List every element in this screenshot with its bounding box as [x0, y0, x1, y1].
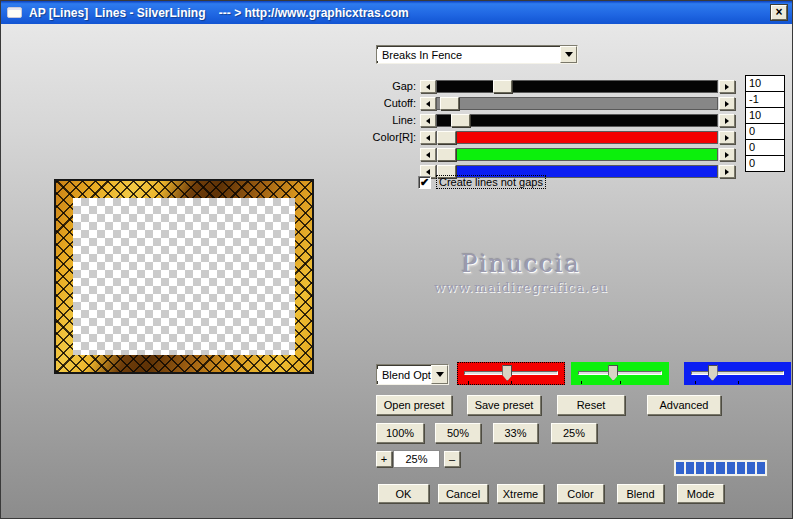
app-icon — [7, 7, 22, 18]
cutoff-decrement-button[interactable] — [420, 97, 436, 110]
color-green-value-field[interactable]: 0 — [745, 139, 785, 156]
arrow-left-icon — [426, 84, 430, 90]
close-button[interactable]: × — [771, 5, 787, 20]
cutoff-increment-button[interactable] — [719, 97, 735, 110]
blend-blue-groove — [691, 371, 784, 375]
blend-blue-thumb[interactable] — [708, 365, 718, 381]
arrow-left-icon — [426, 135, 430, 141]
color-red-slider-track[interactable] — [436, 131, 718, 144]
color-green-increment-button[interactable] — [719, 148, 735, 161]
blend-options-value: Blend Opti — [377, 369, 431, 381]
arrow-right-icon — [725, 118, 729, 124]
zoom-level-field[interactable]: 25% — [393, 450, 440, 468]
line-value-field[interactable]: 10 — [745, 107, 785, 124]
preview-image-frame[interactable] — [54, 179, 314, 374]
arrow-left-icon — [426, 152, 430, 158]
cutoff-slider-thumb[interactable] — [440, 97, 459, 110]
line-label: Line: — [331, 113, 416, 127]
arrow-left-icon — [426, 101, 430, 107]
blend-blue-slider[interactable] — [684, 362, 791, 385]
line-slider-track[interactable] — [436, 114, 718, 127]
cutoff-slider-track[interactable] — [436, 97, 718, 110]
watermark-url: www.maidiregrafica.eu — [386, 280, 656, 295]
color-red-increment-button[interactable] — [719, 131, 735, 144]
advanced-button[interactable]: Advanced — [647, 395, 721, 415]
gap-slider-track[interactable] — [436, 80, 718, 93]
blend-options-dropdown-arrow[interactable] — [431, 365, 448, 384]
progress-segment — [676, 462, 684, 474]
xtreme-button[interactable]: Xtreme — [497, 484, 544, 503]
arrow-right-icon — [725, 135, 729, 141]
cancel-button[interactable]: Cancel — [438, 484, 488, 503]
create-lines-checkbox-row: ✔ Create lines not gaps — [418, 175, 546, 189]
progress-segment — [686, 462, 694, 474]
zoom-25-button[interactable]: 25% — [551, 423, 597, 443]
line-increment-button[interactable] — [719, 114, 735, 127]
mode-button[interactable]: Mode — [677, 484, 724, 503]
blend-options-dropdown[interactable]: Blend Opti — [376, 364, 449, 385]
tick-mark — [620, 381, 621, 384]
gap-value-field[interactable]: 10 — [745, 75, 785, 92]
watermark: Pinuccia www.maidiregrafica.eu — [386, 250, 656, 295]
tick-mark — [581, 381, 582, 384]
blend-green-groove — [578, 371, 662, 375]
plugin-dialog-window: AP [Lines] Lines - SilverLining --- > ht… — [0, 0, 793, 519]
gap-label: Gap: — [331, 79, 416, 93]
title-bar: AP [Lines] Lines - SilverLining --- > ht… — [1, 1, 792, 24]
color-blue-value-field[interactable]: 0 — [745, 155, 785, 172]
gap-decrement-button[interactable] — [420, 80, 436, 93]
blend-red-slider[interactable] — [457, 362, 565, 385]
blend-green-thumb[interactable] — [608, 365, 618, 381]
color-blue-increment-button[interactable] — [719, 165, 735, 178]
progress-segment — [727, 462, 735, 474]
progress-segment — [757, 462, 765, 474]
window-title: AP [Lines] Lines - SilverLining --- > ht… — [29, 6, 409, 20]
progress-bar — [673, 459, 768, 477]
color-green-decrement-button[interactable] — [420, 148, 436, 161]
cutoff-value-field[interactable]: -1 — [745, 91, 785, 108]
line-decrement-button[interactable] — [420, 114, 436, 127]
color-red-slider-thumb[interactable] — [437, 131, 456, 144]
zoom-100-button[interactable]: 100% — [376, 423, 424, 443]
blend-button[interactable]: Blend — [617, 484, 664, 503]
progress-segment — [706, 462, 714, 474]
effect-preset-dropdown-arrow[interactable] — [560, 46, 577, 63]
progress-segment — [747, 462, 755, 474]
watermark-name: Pinuccia — [386, 250, 656, 278]
chevron-down-icon — [565, 52, 573, 57]
color-green-slider-thumb[interactable] — [437, 148, 456, 161]
create-lines-checkbox[interactable]: ✔ — [418, 176, 431, 189]
tick-mark — [468, 381, 469, 384]
zoom-33-button[interactable]: 33% — [493, 423, 538, 443]
progress-segment — [716, 462, 724, 474]
arrow-right-icon — [725, 152, 729, 158]
preview-transparent-canvas[interactable] — [73, 198, 295, 355]
blend-red-thumb[interactable] — [502, 365, 512, 381]
color-red-label: Color[R]: — [331, 130, 416, 144]
create-lines-checkbox-label[interactable]: Create lines not gaps — [436, 175, 546, 189]
zoom-minus-button[interactable]: – — [444, 451, 460, 467]
color-button[interactable]: Color — [557, 484, 604, 503]
tick-mark — [738, 381, 739, 384]
blend-green-slider[interactable] — [571, 362, 669, 385]
reset-button[interactable]: Reset — [557, 395, 625, 415]
save-preset-button[interactable]: Save preset — [467, 395, 541, 415]
color-red-decrement-button[interactable] — [420, 131, 436, 144]
effect-preset-value: Breaks In Fence — [377, 49, 560, 61]
arrow-right-icon — [725, 169, 729, 175]
line-slider-thumb[interactable] — [451, 114, 470, 127]
progress-segment — [737, 462, 745, 474]
color-green-slider-track[interactable] — [436, 148, 718, 161]
effect-preset-dropdown[interactable]: Breaks In Fence — [376, 45, 578, 64]
arrow-left-icon — [426, 118, 430, 124]
gap-increment-button[interactable] — [719, 80, 735, 93]
color-red-value-field[interactable]: 0 — [745, 123, 785, 140]
gap-slider-thumb[interactable] — [493, 80, 512, 93]
tick-mark — [511, 381, 512, 384]
zoom-plus-button[interactable]: + — [376, 451, 392, 467]
zoom-50-button[interactable]: 50% — [435, 423, 481, 443]
ok-button[interactable]: OK — [378, 484, 429, 503]
chevron-down-icon — [436, 372, 444, 377]
tick-mark — [695, 381, 696, 384]
open-preset-button[interactable]: Open preset — [376, 395, 452, 415]
